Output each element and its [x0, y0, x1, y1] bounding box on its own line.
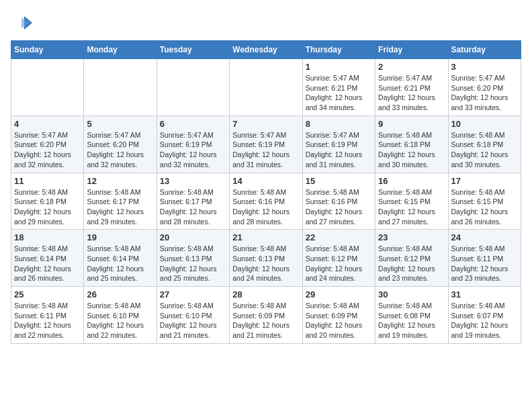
- calendar-cell: 7Sunrise: 5:47 AMSunset: 6:19 PMDaylight…: [230, 116, 302, 173]
- day-info: Sunrise: 5:48 AMSunset: 6:14 PMDaylight:…: [87, 244, 153, 283]
- calendar-cell: [157, 59, 229, 116]
- day-number: 22: [306, 232, 372, 242]
- day-number: 27: [160, 289, 226, 300]
- calendar-cell: 23Sunrise: 5:48 AMSunset: 6:12 PMDayligh…: [375, 230, 448, 287]
- day-info: Sunrise: 5:48 AMSunset: 6:10 PMDaylight:…: [87, 301, 153, 340]
- calendar-cell: 11Sunrise: 5:48 AMSunset: 6:18 PMDayligh…: [11, 173, 84, 230]
- day-info: Sunrise: 5:47 AMSunset: 6:20 PMDaylight:…: [451, 73, 518, 113]
- day-number: 16: [378, 176, 445, 186]
- day-info: Sunrise: 5:48 AMSunset: 6:18 PMDaylight:…: [451, 130, 518, 170]
- day-number: 7: [232, 119, 299, 129]
- day-number: 28: [232, 289, 299, 300]
- calendar-cell: 25Sunrise: 5:48 AMSunset: 6:11 PMDayligh…: [11, 287, 84, 344]
- day-number: 19: [87, 232, 153, 242]
- day-info: Sunrise: 5:47 AMSunset: 6:21 PMDaylight:…: [378, 73, 445, 113]
- calendar-cell: 13Sunrise: 5:48 AMSunset: 6:17 PMDayligh…: [157, 173, 229, 230]
- calendar-cell: 31Sunrise: 5:48 AMSunset: 6:07 PMDayligh…: [448, 287, 521, 344]
- weekday-sunday: Sunday: [11, 41, 84, 59]
- day-number: 24: [451, 232, 518, 242]
- weekday-header-row: SundayMondayTuesdayWednesdayThursdayFrid…: [11, 41, 521, 59]
- day-number: 11: [14, 176, 81, 186]
- weekday-tuesday: Tuesday: [157, 41, 229, 59]
- day-info: Sunrise: 5:48 AMSunset: 6:09 PMDaylight:…: [306, 301, 372, 340]
- calendar-cell: 24Sunrise: 5:48 AMSunset: 6:11 PMDayligh…: [448, 230, 521, 287]
- day-info: Sunrise: 5:48 AMSunset: 6:17 PMDaylight:…: [160, 187, 226, 227]
- day-number: 3: [451, 62, 518, 72]
- day-number: 2: [378, 62, 445, 72]
- day-number: 13: [160, 176, 226, 186]
- day-number: 4: [14, 119, 81, 129]
- day-info: Sunrise: 5:48 AMSunset: 6:08 PMDaylight:…: [378, 301, 445, 340]
- day-info: Sunrise: 5:48 AMSunset: 6:18 PMDaylight:…: [14, 187, 81, 227]
- page-header: [11, 11, 521, 35]
- day-number: 14: [232, 176, 299, 186]
- calendar-cell: 3Sunrise: 5:47 AMSunset: 6:20 PMDaylight…: [448, 59, 521, 116]
- day-info: Sunrise: 5:48 AMSunset: 6:13 PMDaylight:…: [232, 244, 299, 283]
- day-number: 25: [14, 289, 81, 300]
- day-info: Sunrise: 5:47 AMSunset: 6:20 PMDaylight:…: [14, 130, 81, 170]
- weekday-friday: Friday: [375, 41, 448, 59]
- day-info: Sunrise: 5:48 AMSunset: 6:16 PMDaylight:…: [232, 187, 299, 227]
- calendar-cell: 21Sunrise: 5:48 AMSunset: 6:13 PMDayligh…: [230, 230, 302, 287]
- day-number: 17: [451, 176, 518, 186]
- day-info: Sunrise: 5:48 AMSunset: 6:18 PMDaylight:…: [378, 130, 445, 170]
- day-number: 26: [87, 289, 153, 300]
- calendar-cell: 2Sunrise: 5:47 AMSunset: 6:21 PMDaylight…: [375, 59, 448, 116]
- day-info: Sunrise: 5:47 AMSunset: 6:19 PMDaylight:…: [232, 130, 299, 170]
- day-info: Sunrise: 5:47 AMSunset: 6:19 PMDaylight:…: [306, 130, 372, 170]
- day-info: Sunrise: 5:48 AMSunset: 6:13 PMDaylight:…: [160, 244, 226, 283]
- day-info: Sunrise: 5:48 AMSunset: 6:12 PMDaylight:…: [306, 244, 372, 283]
- day-number: 30: [378, 289, 445, 300]
- day-number: 29: [306, 289, 372, 300]
- day-number: 8: [306, 119, 372, 129]
- logo-icon: [11, 11, 35, 35]
- day-info: Sunrise: 5:48 AMSunset: 6:09 PMDaylight:…: [232, 301, 299, 340]
- day-number: 12: [87, 176, 153, 186]
- calendar-cell: 8Sunrise: 5:47 AMSunset: 6:19 PMDaylight…: [302, 116, 375, 173]
- calendar-week-3: 18Sunrise: 5:48 AMSunset: 6:14 PMDayligh…: [11, 230, 521, 287]
- day-info: Sunrise: 5:48 AMSunset: 6:11 PMDaylight:…: [14, 301, 81, 340]
- calendar-cell: 15Sunrise: 5:48 AMSunset: 6:16 PMDayligh…: [302, 173, 375, 230]
- day-info: Sunrise: 5:48 AMSunset: 6:11 PMDaylight:…: [451, 244, 518, 283]
- calendar-cell: [11, 59, 84, 116]
- calendar-week-2: 11Sunrise: 5:48 AMSunset: 6:18 PMDayligh…: [11, 173, 521, 230]
- calendar-cell: 28Sunrise: 5:48 AMSunset: 6:09 PMDayligh…: [230, 287, 302, 344]
- day-info: Sunrise: 5:48 AMSunset: 6:17 PMDaylight:…: [87, 187, 153, 227]
- calendar-cell: 27Sunrise: 5:48 AMSunset: 6:10 PMDayligh…: [157, 287, 229, 344]
- calendar-cell: [230, 59, 302, 116]
- day-info: Sunrise: 5:48 AMSunset: 6:14 PMDaylight:…: [14, 244, 81, 283]
- calendar-cell: 29Sunrise: 5:48 AMSunset: 6:09 PMDayligh…: [302, 287, 375, 344]
- day-number: 5: [87, 119, 153, 129]
- day-number: 21: [232, 232, 299, 242]
- calendar-cell: [84, 59, 157, 116]
- calendar-cell: 12Sunrise: 5:48 AMSunset: 6:17 PMDayligh…: [84, 173, 157, 230]
- calendar-week-1: 4Sunrise: 5:47 AMSunset: 6:20 PMDaylight…: [11, 116, 521, 173]
- calendar-cell: 9Sunrise: 5:48 AMSunset: 6:18 PMDaylight…: [375, 116, 448, 173]
- logo: [11, 11, 36, 35]
- day-info: Sunrise: 5:47 AMSunset: 6:20 PMDaylight:…: [87, 130, 153, 170]
- day-info: Sunrise: 5:48 AMSunset: 6:12 PMDaylight:…: [378, 244, 445, 283]
- day-info: Sunrise: 5:47 AMSunset: 6:19 PMDaylight:…: [160, 130, 226, 170]
- calendar-cell: 18Sunrise: 5:48 AMSunset: 6:14 PMDayligh…: [11, 230, 84, 287]
- calendar-cell: 17Sunrise: 5:48 AMSunset: 6:15 PMDayligh…: [448, 173, 521, 230]
- day-number: 20: [160, 232, 226, 242]
- calendar-cell: 14Sunrise: 5:48 AMSunset: 6:16 PMDayligh…: [230, 173, 302, 230]
- weekday-wednesday: Wednesday: [230, 41, 302, 59]
- calendar-cell: 6Sunrise: 5:47 AMSunset: 6:19 PMDaylight…: [157, 116, 229, 173]
- day-number: 1: [306, 62, 372, 72]
- weekday-monday: Monday: [84, 41, 157, 59]
- day-info: Sunrise: 5:48 AMSunset: 6:07 PMDaylight:…: [451, 301, 518, 340]
- calendar-week-0: 1Sunrise: 5:47 AMSunset: 6:21 PMDaylight…: [11, 59, 521, 116]
- weekday-saturday: Saturday: [448, 41, 521, 59]
- calendar-cell: 30Sunrise: 5:48 AMSunset: 6:08 PMDayligh…: [375, 287, 448, 344]
- calendar-cell: 4Sunrise: 5:47 AMSunset: 6:20 PMDaylight…: [11, 116, 84, 173]
- calendar-cell: 26Sunrise: 5:48 AMSunset: 6:10 PMDayligh…: [84, 287, 157, 344]
- day-number: 6: [160, 119, 226, 129]
- day-number: 10: [451, 119, 518, 129]
- calendar-cell: 1Sunrise: 5:47 AMSunset: 6:21 PMDaylight…: [302, 59, 375, 116]
- calendar-week-4: 25Sunrise: 5:48 AMSunset: 6:11 PMDayligh…: [11, 287, 521, 344]
- day-number: 31: [451, 289, 518, 300]
- calendar-cell: 22Sunrise: 5:48 AMSunset: 6:12 PMDayligh…: [302, 230, 375, 287]
- day-number: 23: [378, 232, 445, 242]
- calendar-table: SundayMondayTuesdayWednesdayThursdayFrid…: [11, 40, 521, 344]
